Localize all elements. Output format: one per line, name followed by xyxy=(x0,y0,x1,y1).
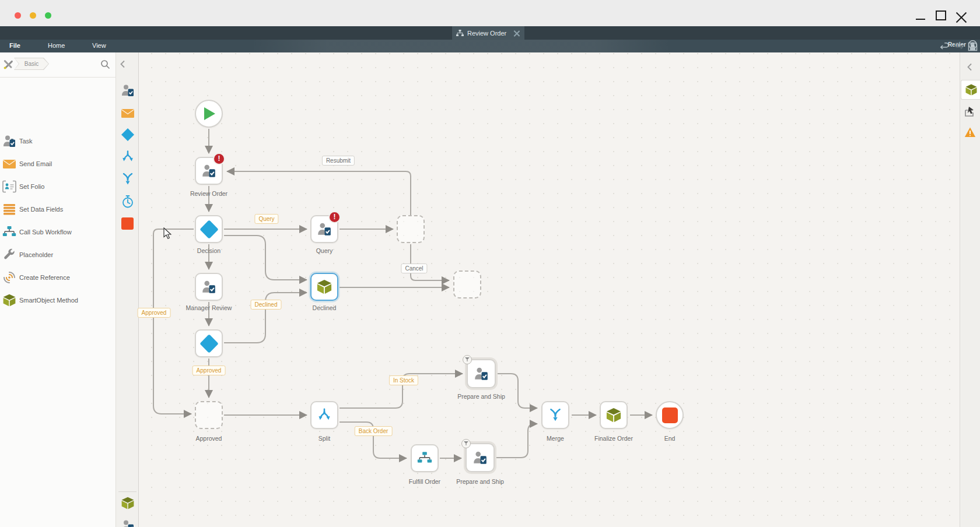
sidebar-item-label: Set Folio xyxy=(19,183,44,190)
end-icon[interactable] xyxy=(121,217,134,230)
smartobject-cube-icon xyxy=(965,83,978,96)
merge-icon[interactable] xyxy=(121,172,135,186)
funnel-badge xyxy=(463,355,472,364)
node-approved[interactable] xyxy=(195,401,223,429)
right-toolbar xyxy=(960,52,980,527)
sidebar-item-label: Set Data Fields xyxy=(19,206,63,213)
condition-label-back-order: Back Order xyxy=(355,426,393,436)
node-label: Manager Review xyxy=(168,304,250,311)
task-icon[interactable] xyxy=(121,519,135,527)
workflow-connectors xyxy=(139,52,960,527)
warning-icon[interactable] xyxy=(964,127,976,138)
node-label: Prepare and Ship xyxy=(440,393,522,400)
sidebar-item-create-reference[interactable]: Create Reference xyxy=(0,270,116,288)
menu-highlight-band xyxy=(251,40,671,52)
sidebar-palette: Basic Task xyxy=(0,52,116,527)
split-icon[interactable] xyxy=(121,150,135,164)
node-decision-2[interactable] xyxy=(195,329,223,357)
sidebar-item-set-data-fields[interactable]: Set Data Fields xyxy=(0,202,116,220)
reference-icon xyxy=(2,270,16,284)
minimize-button[interactable] xyxy=(915,10,926,21)
workflow-icon xyxy=(456,30,464,37)
node-placeholder-resubmit[interactable] xyxy=(397,215,425,243)
node-label: Approved xyxy=(168,435,250,442)
workflow-designer-app: Review Order File Home View Renier xyxy=(0,0,980,527)
node-manager-review[interactable] xyxy=(195,273,223,301)
sidebar-header: Basic xyxy=(0,52,116,78)
task-icon xyxy=(201,164,216,178)
error-badge: ! xyxy=(213,153,225,165)
node-declined[interactable] xyxy=(310,273,338,301)
menu-view[interactable]: View xyxy=(92,42,106,49)
node-finalize-order[interactable] xyxy=(600,401,628,429)
sidebar-item-smartobject-method[interactable]: SmartObject Method xyxy=(0,293,116,311)
node-label: Decision xyxy=(168,247,250,254)
main-content: Basic Task xyxy=(0,52,980,527)
deploy-icon[interactable] xyxy=(964,106,977,118)
smartobjects-panel-button[interactable] xyxy=(961,80,980,100)
collapse-chevron-icon[interactable] xyxy=(967,63,972,71)
palette-strip xyxy=(116,52,139,527)
merge-icon xyxy=(548,407,563,423)
tab-review-order[interactable]: Review Order xyxy=(452,26,524,40)
close-button[interactable] xyxy=(956,10,967,22)
traffic-light-close[interactable] xyxy=(15,12,21,19)
search-icon[interactable] xyxy=(100,59,111,70)
condition-label-declined: Declined xyxy=(251,300,282,310)
tab-close-icon[interactable] xyxy=(513,30,520,37)
funnel-icon xyxy=(465,357,470,362)
split-icon xyxy=(317,407,332,423)
sidebar-item-task[interactable]: Task xyxy=(0,134,116,152)
smartobject-cube-icon xyxy=(606,407,622,423)
sidebar-item-placeholder[interactable]: Placeholder xyxy=(0,248,116,265)
node-start[interactable] xyxy=(195,100,223,128)
maximize-button[interactable] xyxy=(936,10,946,20)
collapse-chevron-icon[interactable] xyxy=(120,60,125,68)
task-icon[interactable] xyxy=(121,83,135,97)
node-end[interactable] xyxy=(656,401,684,429)
undo-icon[interactable] xyxy=(940,42,950,51)
condition-label-query: Query xyxy=(254,214,278,224)
traffic-light-minimize[interactable] xyxy=(30,12,36,19)
node-placeholder-cancel[interactable] xyxy=(453,270,481,298)
sidebar-item-label: Task xyxy=(19,138,33,145)
tools-icon[interactable] xyxy=(3,59,13,70)
email-icon[interactable] xyxy=(121,106,135,120)
workflow-canvas[interactable]: ! ! xyxy=(139,52,960,527)
sidebar-item-send-email[interactable]: Send Email xyxy=(0,157,116,174)
error-badge: ! xyxy=(328,211,341,223)
node-decision[interactable] xyxy=(195,215,223,243)
node-prepare-and-ship-top[interactable] xyxy=(467,359,496,388)
tab-label: Review Order xyxy=(467,30,506,37)
decision-diamond-icon[interactable] xyxy=(121,128,135,142)
sidebar-item-label: Create Reference xyxy=(19,274,70,281)
task-icon xyxy=(2,134,16,148)
smartobject-cube-icon[interactable] xyxy=(121,496,135,510)
smartobject-cube-icon xyxy=(316,279,332,295)
sidebar-item-set-folio[interactable]: Set Folio xyxy=(0,180,116,197)
breadcrumb[interactable]: Basic xyxy=(14,58,49,70)
sidebar-item-label: Send Email xyxy=(19,160,52,167)
data-fields-icon xyxy=(2,202,16,216)
line-label-cancel: Cancel xyxy=(401,264,427,273)
funnel-icon xyxy=(464,441,468,446)
menu-home[interactable]: Home xyxy=(48,42,65,49)
node-label: Query xyxy=(284,247,365,254)
node-fulfill-order[interactable] xyxy=(411,444,439,472)
save-icon[interactable] xyxy=(968,42,978,51)
sidebar-item-label: Placeholder xyxy=(19,251,53,258)
redo-icon[interactable] xyxy=(954,42,964,51)
menu-file[interactable]: File xyxy=(9,42,20,49)
funnel-badge xyxy=(461,439,471,448)
app-header: Review Order File Home View Renier xyxy=(0,26,980,52)
decision-diamond-icon xyxy=(200,220,219,239)
breadcrumb-label: Basic xyxy=(14,61,49,67)
traffic-light-zoom[interactable] xyxy=(45,12,51,19)
node-merge[interactable] xyxy=(541,401,569,429)
mouse-cursor xyxy=(163,227,172,240)
sidebar-item-call-sub-workflow[interactable]: Call Sub Workflow xyxy=(0,225,116,243)
node-prepare-and-ship-bottom[interactable] xyxy=(466,443,495,472)
end-icon xyxy=(662,407,678,423)
timer-icon[interactable] xyxy=(121,195,135,209)
node-split[interactable] xyxy=(310,401,338,429)
